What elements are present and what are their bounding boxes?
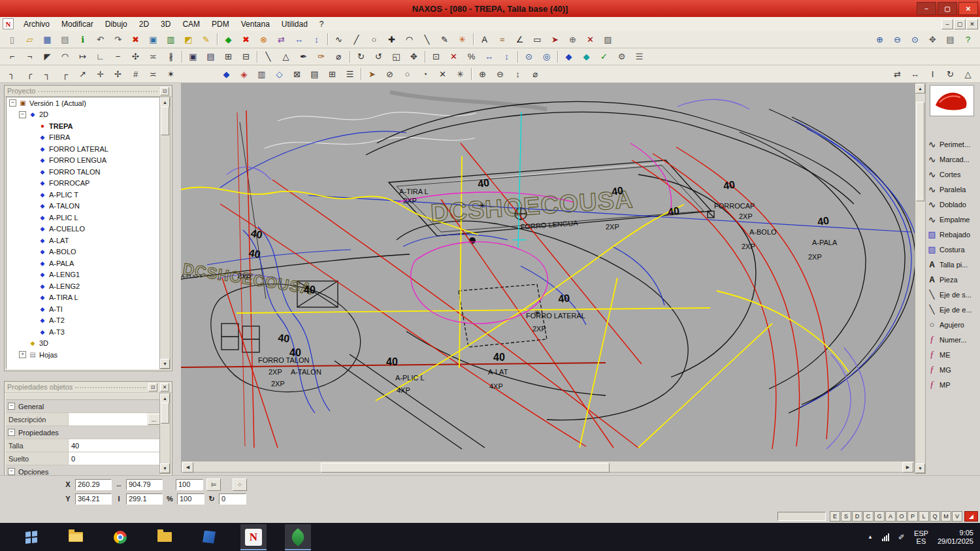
tree-item-versi-n-1-actual[interactable]: −▣Versión 1 (Actual) [7, 97, 160, 109]
rotate-ccw-icon[interactable]: ↺ [370, 49, 387, 64]
point-icon[interactable]: ✚ [383, 32, 400, 47]
tool-item-doblado[interactable]: ∿Doblado [926, 197, 980, 212]
zoom-out-icon[interactable]: ⊖ [889, 32, 906, 47]
tool-item-me[interactable]: ƒME [926, 347, 980, 362]
tree-item-a-t3[interactable]: ◆A-T3 [7, 326, 160, 338]
rotate-cw-icon[interactable]: ↻ [352, 49, 370, 64]
tree-item-trepa[interactable]: ●TREPA [7, 120, 160, 132]
star-icon[interactable]: ✳ [453, 32, 471, 47]
align-button[interactable]: ⊨ [206, 478, 221, 491]
flag-v[interactable]: V [952, 511, 962, 522]
offset-icon[interactable]: ≍ [144, 49, 162, 64]
clock[interactable]: 9:0529/01/2025 [938, 529, 973, 546]
scale-h-field[interactable]: 100 [176, 479, 203, 490]
arc-icon[interactable]: ◠ [400, 32, 418, 47]
group-icon[interactable]: ⊞ [220, 49, 237, 64]
scroll-down-icon[interactable]: ▼ [160, 463, 170, 473]
x-coordinate-field[interactable]: 260.29 [75, 479, 112, 490]
corner-a-icon[interactable]: ┐ [39, 67, 56, 82]
marker-icon[interactable]: ◇ [270, 67, 288, 82]
tree-item-a-bolo[interactable]: ◆A-BOLO [7, 246, 160, 258]
blue-app[interactable] [196, 524, 222, 550]
menu-item-[interactable]: ? [314, 18, 330, 30]
curve-handle-b-icon[interactable]: ╭ [21, 67, 39, 82]
swap-icon[interactable]: ⇄ [272, 32, 290, 47]
span-horizontal-icon[interactable]: ↔ [906, 67, 924, 82]
pencil-icon[interactable]: ✎ [197, 32, 215, 47]
mdi-restore-button[interactable]: ▢ [954, 19, 966, 29]
hole-tool-icon[interactable]: ○ [399, 67, 416, 82]
tree-item-a-t2[interactable]: ◆A-T2 [7, 315, 160, 327]
tree-item-3d[interactable]: ◆3D [7, 338, 160, 350]
tool-item-numer[interactable]: ƒNumer... [926, 332, 980, 347]
collapse-icon[interactable]: − [8, 429, 15, 436]
green-app[interactable] [285, 524, 311, 550]
mdi-minimize-button[interactable]: – [941, 19, 953, 29]
menu-item-cam[interactable]: CAM [176, 18, 206, 30]
y-coordinate-field[interactable]: 364.21 [75, 493, 112, 505]
apply-icon[interactable]: ◆ [220, 32, 237, 47]
tree-item-fibra[interactable]: ◆FIBRA [7, 132, 160, 144]
stack-icon[interactable]: ▥ [162, 32, 180, 47]
settings-gear-icon[interactable]: ⚙ [613, 49, 630, 64]
collapse-icon[interactable]: − [8, 468, 15, 475]
height-field[interactable]: 299.1 [126, 493, 163, 505]
hscroll-thumb[interactable] [321, 463, 610, 473]
draw-polygon-icon[interactable]: △ [277, 49, 295, 64]
hash-grid-icon[interactable]: # [127, 67, 144, 82]
zoom-previous-icon[interactable]: ⊙ [520, 49, 538, 64]
save-icon[interactable]: ▦ [39, 32, 56, 47]
freehand-icon[interactable]: ✎ [436, 32, 453, 47]
menu-item-ventana[interactable]: Ventana [235, 18, 276, 30]
cut-cross-icon[interactable]: ✕ [445, 49, 463, 64]
scroll-down-icon[interactable]: ▼ [915, 463, 925, 473]
tree-scrollbar[interactable]: ▲ ▼ [159, 97, 171, 369]
zoom-all-icon[interactable]: ◎ [538, 49, 555, 64]
scroll-up-icon[interactable]: ▲ [915, 84, 925, 93]
width-field[interactable]: 904.79 [126, 479, 163, 490]
tree-item-hojas[interactable]: +▤Hojas [7, 349, 160, 361]
flag-a[interactable]: A [885, 511, 896, 522]
palette-icon[interactable]: ◩ [180, 32, 197, 47]
property-value[interactable] [69, 413, 147, 426]
sheet-icon[interactable]: ▥ [253, 67, 270, 82]
canvas-vscrollbar[interactable]: ▲ ▼ [915, 83, 926, 474]
restore-button[interactable]: ▢ [938, 2, 957, 15]
rotation-field[interactable]: 0 [219, 493, 246, 505]
collapse-icon[interactable]: − [8, 403, 15, 410]
undo-icon[interactable]: ↶ [91, 32, 109, 47]
spline-icon[interactable]: ∿ [330, 32, 348, 47]
layer-list-icon[interactable]: ☰ [630, 49, 648, 64]
add-box-icon[interactable]: ⊞ [323, 67, 341, 82]
move-icon[interactable]: ✥ [405, 49, 423, 64]
property-value[interactable]: 40 [69, 439, 161, 452]
tree-item-a-tira-l[interactable]: ◆A-TIRA L [7, 292, 160, 304]
axis-vertical-icon[interactable]: ↕ [498, 49, 515, 64]
beam-icon[interactable]: Ι [924, 67, 941, 82]
tool-item-empalme[interactable]: ∿Empalme [926, 212, 980, 227]
language-indicator[interactable]: ESPES [914, 529, 928, 545]
tool-item-cortes[interactable]: ∿Cortes [926, 167, 980, 182]
row-list-icon[interactable]: ☰ [341, 67, 359, 82]
draw-brush-icon[interactable]: ✑ [312, 49, 330, 64]
corner-b-icon[interactable]: ┌ [56, 67, 74, 82]
perpendicular-icon[interactable]: ∟ [91, 49, 109, 64]
segment-icon[interactable]: ╲ [418, 32, 436, 47]
scroll-right-icon[interactable]: ▶ [902, 462, 913, 473]
new-doc-icon[interactable]: ▯ [3, 32, 21, 47]
scale-v-field[interactable]: 100 [177, 493, 204, 505]
tree-item-a-lat[interactable]: ◆A-LAT [7, 235, 160, 246]
tool-item-rebajado[interactable]: ▨Rebajado [926, 227, 980, 242]
notch-icon[interactable]: ✕ [581, 32, 599, 47]
zoom-window-icon[interactable]: ⊙ [906, 32, 924, 47]
scroll-down-icon[interactable]: ▼ [160, 359, 170, 369]
flag-p[interactable]: P [907, 511, 918, 522]
tree-item-forrocap[interactable]: ◆FORROCAP [7, 178, 160, 190]
tool-item-costura[interactable]: ▨Costura [926, 242, 980, 257]
asterisk-tool-icon[interactable]: ✳ [451, 67, 469, 82]
swap-ends-icon[interactable]: ⇄ [889, 67, 906, 82]
tree-item-2d[interactable]: −◆2D [7, 109, 160, 121]
tree-item-a-talon[interactable]: ◆A-TALON [7, 201, 160, 212]
menu-item-archivo[interactable]: Archivo [18, 18, 56, 30]
canvas-hscrollbar[interactable]: ◀ ▶ [181, 461, 915, 473]
